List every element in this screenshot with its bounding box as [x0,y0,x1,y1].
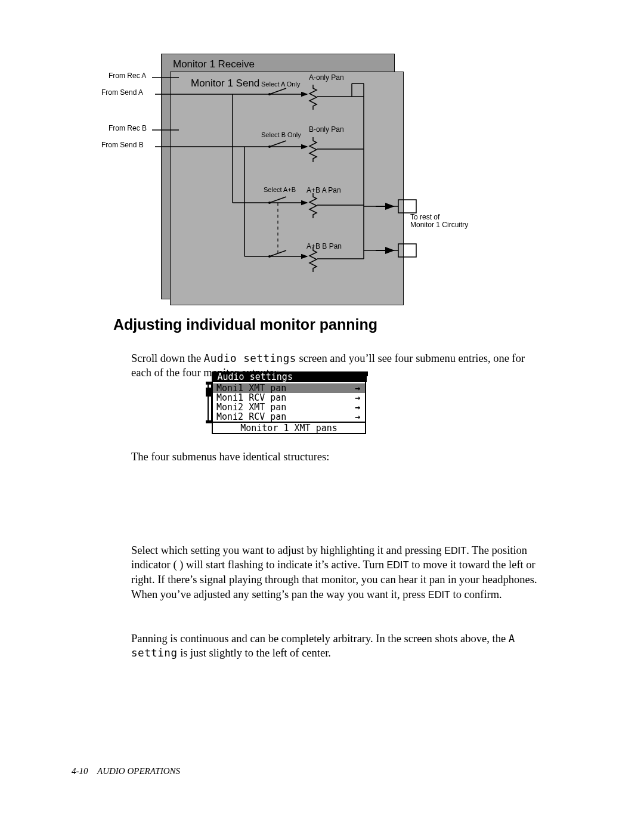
p3-a: Select which setting you want to adjust … [131,544,444,556]
svg-rect-29 [398,200,416,213]
paragraph-panning-note: Panning is continuous and can be complet… [131,631,540,661]
lcd-item-label: Moni2 XMT pan [216,402,286,412]
p3-d: to confirm. [450,589,502,600]
page-number: 4-10 [72,766,95,776]
section-heading: Adjusting individual monitor panning [113,316,377,333]
svg-line-14 [270,197,286,203]
paragraph-structures: The four submenus have identical structu… [131,450,540,465]
arrow-right-icon: → [355,383,360,393]
diagram-wiring [101,54,531,310]
lcd-menu: Audio settings Moni1 XMT pan → Moni1 RCV… [212,371,366,434]
page-footer: 4-10 AUDIO OPERATIONS [72,766,180,776]
edit-key-1: EDIT [444,545,466,556]
p4-b: is just slightly to the left of center. [178,647,331,659]
lcd-scrollbar [206,382,212,423]
lcd-item-moni2-xmt[interactable]: Moni2 XMT pan → [213,402,365,412]
svg-point-5 [268,93,271,95]
edit-key-2: EDIT [387,559,409,570]
svg-rect-32 [398,244,416,257]
lcd-item-moni2-rcv[interactable]: Moni2 RCV pan → [213,412,365,422]
lcd-item-moni1-xmt[interactable]: Moni1 XMT pan → [213,383,365,393]
lcd-item-label: Moni1 XMT pan [216,383,286,393]
p1-code: Audio settings [204,352,296,364]
edit-key-3: EDIT [428,589,450,600]
svg-point-8 [268,145,271,148]
lcd-item-moni1-rcv[interactable]: Moni1 RCV pan → [213,393,365,402]
svg-point-19 [268,255,271,258]
page: Monitor 1 Receive Monitor 1 Send From Re… [0,0,644,833]
arrow-right-icon: → [355,393,360,402]
p4-a: Panning is continuous and can be complet… [131,633,509,645]
svg-line-4 [270,88,286,94]
chapter-name: AUDIO OPERATIONS [97,766,180,776]
lcd-item-label: Moni2 RCV pan [216,412,286,422]
paragraph-edit-instructions: Select which setting you want to adjust … [131,543,540,603]
arrow-right-icon: → [355,412,360,422]
lcd-footer: Monitor 1 XMT pans [213,422,365,433]
monitor-send-diagram: Monitor 1 Receive Monitor 1 Send From Re… [101,54,531,310]
lcd-title: Audio settings [212,371,367,382]
lcd-item-label: Moni1 RCV pan [216,393,286,402]
p1-a: Scroll down the [131,352,204,364]
arrow-right-icon: → [355,402,360,412]
svg-point-15 [268,202,271,204]
svg-line-7 [270,141,286,147]
